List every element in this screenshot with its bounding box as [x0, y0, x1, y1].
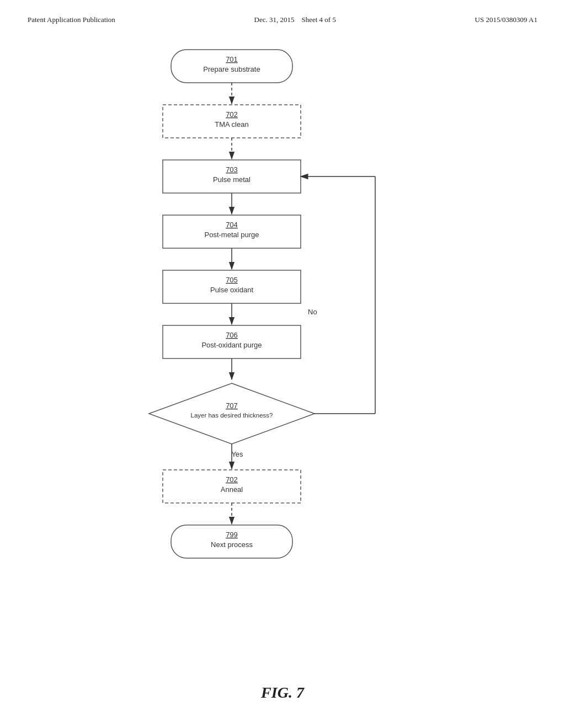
svg-text:701: 701	[226, 55, 238, 63]
figure-caption: FIG. 7	[261, 684, 304, 702]
svg-text:Pulse metal: Pulse metal	[213, 175, 250, 184]
header-publication: Patent Application Publication	[28, 15, 115, 24]
svg-text:Anneal: Anneal	[221, 485, 243, 494]
svg-text:799: 799	[226, 531, 238, 539]
svg-text:703: 703	[226, 165, 238, 174]
svg-text:Prepare substrate: Prepare substrate	[203, 65, 260, 73]
svg-text:705: 705	[226, 276, 238, 284]
svg-text:Yes: Yes	[231, 450, 243, 458]
svg-text:704: 704	[226, 221, 238, 229]
svg-text:Post-oxidant purge: Post-oxidant purge	[201, 341, 262, 349]
svg-text:706: 706	[226, 331, 238, 339]
svg-text:Pulse oxidant: Pulse oxidant	[210, 286, 253, 294]
svg-text:702: 702	[226, 475, 238, 484]
header-date-sheet: Dec. 31, 2015 Sheet 4 of 5	[254, 15, 336, 24]
diagram-area: 701 Prepare substrate 702 TMA clean 703 …	[0, 33, 565, 706]
svg-text:No: No	[308, 308, 317, 316]
header-patent-number: US 2015/0380309 A1	[475, 15, 537, 24]
svg-text:Post-metal purge: Post-metal purge	[205, 231, 259, 239]
svg-text:Layer has desired thickness?: Layer has desired thickness?	[191, 412, 273, 419]
svg-text:Next process: Next process	[211, 540, 253, 549]
svg-text:TMA clean: TMA clean	[215, 120, 248, 129]
svg-text:707: 707	[226, 402, 238, 410]
page-header: Patent Application Publication Dec. 31, …	[0, 0, 565, 24]
svg-text:702: 702	[226, 110, 238, 119]
